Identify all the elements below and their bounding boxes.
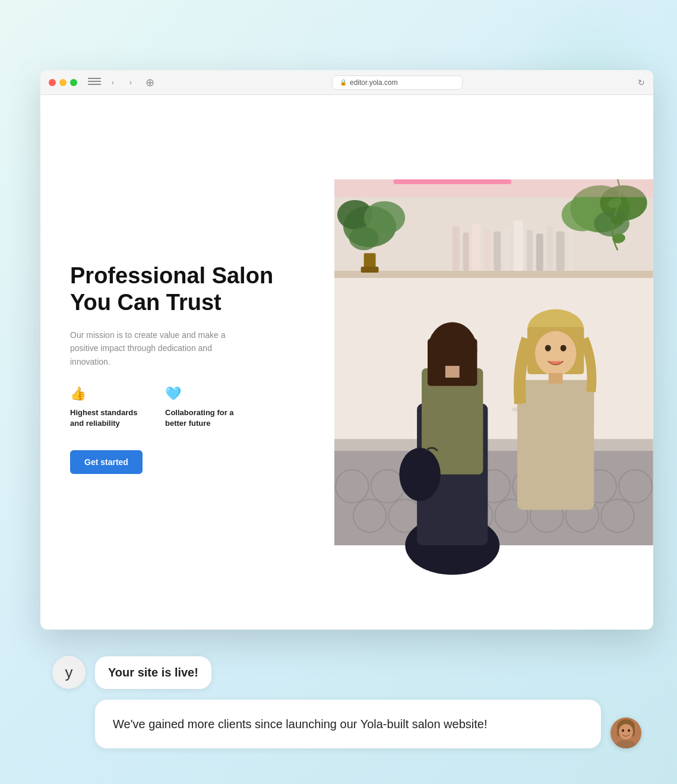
salon-image — [334, 95, 653, 630]
maximize-button[interactable] — [70, 79, 77, 86]
browser-content: Professional Salon You Can Trust Our mis… — [40, 95, 653, 630]
features-row: 👍 Highest standards and reliability 🩵 Co… — [70, 386, 305, 429]
svg-rect-71 — [394, 179, 512, 184]
svg-rect-27 — [505, 227, 511, 271]
svg-rect-30 — [536, 233, 543, 271]
svg-point-66 — [535, 331, 577, 376]
back-button[interactable]: ‹ — [107, 77, 119, 88]
url-text: editor.yola.com — [350, 78, 398, 87]
thumbs-up-icon: 👍 — [70, 386, 147, 402]
traffic-lights — [49, 79, 77, 86]
svg-rect-26 — [494, 231, 501, 271]
lock-icon: 🔒 — [340, 79, 347, 86]
svg-rect-60 — [428, 339, 477, 386]
sidebar-icon[interactable] — [88, 78, 101, 87]
hero-image-panel — [334, 95, 653, 630]
hero-left-panel: Professional Salon You Can Trust Our mis… — [40, 95, 334, 630]
svg-point-37 — [349, 226, 379, 250]
shield-icon: ⊕ — [143, 75, 157, 90]
svg-rect-2 — [334, 271, 653, 278]
feature-item-1: 👍 Highest standards and reliability — [70, 386, 147, 429]
user-avatar — [610, 717, 641, 748]
svg-rect-62 — [517, 380, 594, 510]
chat-section: y Your site is live! We've gained more c… — [40, 656, 653, 748]
hero-title: Professional Salon You Can Trust — [70, 263, 305, 317]
close-button[interactable] — [49, 79, 56, 86]
get-started-button[interactable]: Get started — [70, 450, 143, 474]
svg-rect-28 — [514, 221, 523, 271]
minimize-button[interactable] — [59, 79, 67, 86]
chat-row-1: y Your site is live! — [52, 656, 641, 689]
hero-subtitle: Our mission is to create value and make … — [70, 328, 236, 368]
address-bar[interactable]: 🔒 editor.yola.com — [332, 75, 463, 90]
browser-window: ‹ › ⊕ 🔒 editor.yola.com ↻ Professional S… — [40, 70, 653, 630]
svg-point-76 — [622, 729, 624, 732]
feature-2-label: Collaborating for a better future — [165, 407, 242, 429]
svg-point-43 — [594, 211, 630, 237]
svg-rect-23 — [463, 232, 469, 271]
svg-rect-33 — [568, 224, 574, 271]
svg-point-58 — [400, 448, 441, 501]
feature-item-2: 🩵 Collaborating for a better future — [165, 386, 242, 429]
notification-bubble: Your site is live! — [95, 656, 211, 689]
svg-point-77 — [628, 729, 630, 732]
browser-chrome: ‹ › ⊕ 🔒 editor.yola.com ↻ — [40, 70, 653, 95]
svg-rect-39 — [361, 267, 379, 273]
feature-1-label: Highest standards and reliability — [70, 407, 147, 429]
chat-row-2: We've gained more clients since launchin… — [52, 700, 641, 748]
yola-avatar: y — [52, 656, 86, 689]
svg-rect-25 — [485, 229, 491, 271]
svg-rect-61 — [445, 366, 460, 378]
svg-rect-22 — [453, 226, 460, 271]
svg-point-68 — [561, 345, 567, 352]
heart-icon: 🩵 — [165, 386, 242, 402]
svg-point-67 — [545, 345, 551, 352]
address-bar-container: 🔒 editor.yola.com — [163, 75, 632, 90]
testimonial-bubble: We've gained more clients since launchin… — [95, 700, 601, 748]
svg-rect-31 — [547, 225, 553, 271]
svg-point-75 — [619, 724, 633, 739]
forward-button[interactable]: › — [125, 77, 137, 88]
refresh-button[interactable]: ↻ — [638, 78, 645, 87]
svg-rect-29 — [527, 230, 533, 271]
svg-rect-24 — [473, 223, 481, 271]
svg-rect-69 — [549, 373, 563, 384]
svg-rect-32 — [556, 231, 565, 271]
